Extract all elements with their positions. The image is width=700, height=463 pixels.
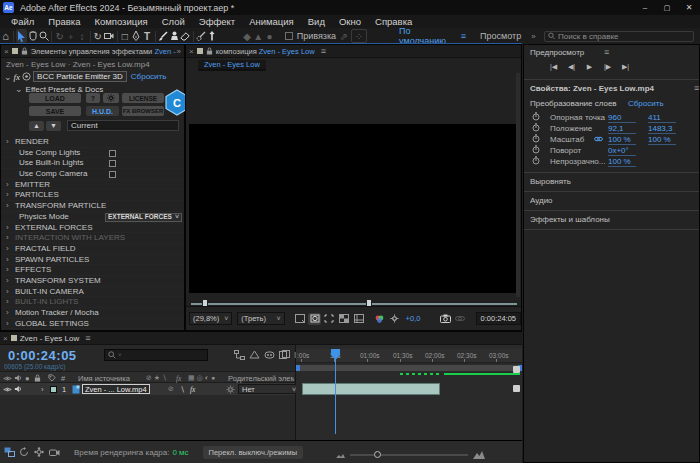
effect-check-use-builtin-lights[interactable]: Use Built-in Lights <box>1 158 184 169</box>
timeline-search-box[interactable]: ˅ <box>104 349 208 361</box>
snap-arrow-icon[interactable]: ⇗ <box>336 29 351 43</box>
viewer-scrollbar[interactable] <box>516 73 520 297</box>
next-frame-button[interactable] <box>600 61 615 72</box>
comp-marker-chip[interactable] <box>513 385 520 392</box>
panel-close-icon[interactable]: × <box>4 47 9 56</box>
effect-name-field[interactable]: BCC Particle Emitter 3D <box>33 71 127 82</box>
effect-group-effects[interactable]: EFFECTS <box>1 265 184 276</box>
effect-check-use-comp-lights[interactable]: Use Comp Lights <box>1 148 184 159</box>
layer-label-color[interactable] <box>50 383 57 395</box>
bcc-save-button[interactable]: SAVE <box>29 106 81 116</box>
selection-tool-icon[interactable] <box>16 29 27 43</box>
effect-group-motion-tracker[interactable]: Motion Tracker / Mocha <box>1 308 184 319</box>
effect-group-transform-particle[interactable]: TRANSFORM PARTICLE <box>1 201 184 212</box>
channel-colors-icon[interactable] <box>373 313 386 325</box>
orbit-camera-tool-icon[interactable] <box>54 29 65 43</box>
toggle-switches-modes-button[interactable]: Перекл. выключ./режимы <box>203 446 303 459</box>
preset-prev-button[interactable]: ▲ <box>29 121 44 131</box>
camera-settings-icon[interactable] <box>48 447 60 458</box>
mask-visibility-icon[interactable] <box>308 313 321 325</box>
panel-menu-icon[interactable]: ≡ <box>85 333 90 343</box>
checkbox[interactable] <box>109 160 116 167</box>
properties-menu-icon[interactable]: ≡ <box>694 83 699 93</box>
viewer-timecode[interactable]: 0:00:24:05 <box>476 312 521 325</box>
layer-quality-switch[interactable]: ∖ <box>180 383 185 395</box>
workspace-menu-icon[interactable]: ≡ <box>461 31 466 41</box>
exposure-value[interactable]: +0,0 <box>406 314 421 323</box>
composition-mini-flowchart-icon[interactable] <box>3 447 15 458</box>
tab-effect-controls[interactable]: Элементы управления эффектами Zven - <box>31 47 176 56</box>
last-frame-button[interactable] <box>618 61 633 72</box>
bcc-hud-button[interactable]: H.U.D. <box>86 106 119 116</box>
previous-frame-button[interactable] <box>564 61 579 72</box>
panel-close-icon[interactable]: × <box>3 334 8 343</box>
pan-camera-tool-icon[interactable] <box>65 29 76 43</box>
camera-tool-icon[interactable] <box>103 29 114 43</box>
hand-tool-icon[interactable] <box>27 29 38 43</box>
comp-marker-bin[interactable] <box>513 366 520 373</box>
menu-composition[interactable]: Композиция <box>87 16 154 27</box>
frame-blending-icon[interactable] <box>279 350 290 360</box>
resolution-dropdown[interactable]: (Треть) <box>237 312 284 325</box>
vertex-tool-icon[interactable]: ▲ <box>253 29 264 43</box>
layer-shy-switch[interactable]: ⊘ <box>168 383 174 395</box>
lock-icon[interactable] <box>206 47 213 55</box>
preset-current-field[interactable]: Current <box>67 120 179 131</box>
shape-tool-icon[interactable] <box>119 29 130 43</box>
effect-group-built-in-camera[interactable]: BUILT-IN CAMERA <box>1 287 184 298</box>
draft-3d-icon[interactable] <box>249 350 260 360</box>
stopwatch-icon[interactable] <box>532 156 540 165</box>
brush-tool-icon[interactable] <box>157 29 168 43</box>
panel-close-icon[interactable]: × <box>189 47 194 56</box>
current-time-display[interactable]: 0:00:24:05 <box>8 348 77 363</box>
live-update-icon[interactable] <box>18 447 30 458</box>
stopwatch-icon[interactable] <box>532 134 540 143</box>
minimize-button[interactable] <box>634 0 656 15</box>
layer-eye-icon[interactable] <box>3 383 12 395</box>
exposure-gear-icon[interactable] <box>388 313 401 325</box>
checkbox[interactable] <box>109 150 116 157</box>
menu-effect[interactable]: Эффект <box>192 16 242 27</box>
region-of-interest-icon[interactable] <box>323 313 336 325</box>
chevron-down-icon[interactable] <box>15 84 23 94</box>
link-icon[interactable] <box>594 136 603 142</box>
choose-grid-icon[interactable] <box>293 313 306 325</box>
tab-overflow-icon[interactable]: » <box>177 47 181 56</box>
checkbox[interactable] <box>109 171 116 178</box>
tab-composition[interactable]: композиция Zven - Eyes Low <box>216 47 315 56</box>
puppet-pin-tool-icon[interactable] <box>207 29 218 43</box>
tab-timeline-comp[interactable]: Zven - Eyes Low <box>20 334 80 343</box>
physics-mode-dropdown[interactable]: EXTERNAL FORCES <box>105 213 182 222</box>
work-area-start-handle[interactable] <box>296 365 300 371</box>
zoom-slider-handle[interactable] <box>374 451 381 458</box>
panel-menu-icon[interactable]: ≡ <box>321 46 326 56</box>
work-area-bar[interactable] <box>296 365 522 371</box>
transparency-grid-icon[interactable] <box>338 313 351 325</box>
maximize-button[interactable] <box>656 0 678 15</box>
effect-group-render[interactable]: RENDER <box>1 137 184 148</box>
playhead-line[interactable] <box>335 349 336 434</box>
effect-dropdown-physics-mode[interactable]: Physics ModeEXTERNAL FORCES <box>1 212 184 223</box>
effect-group-transform-system[interactable]: TRANSFORM SYSTEM <box>1 276 184 287</box>
effect-check-use-comp-camera[interactable]: Use Comp Camera <box>1 169 184 180</box>
magnification-dropdown[interactable]: (29,8%) <box>189 312 232 325</box>
menu-layer[interactable]: Слой <box>155 16 192 27</box>
zoom-slider-track[interactable] <box>350 454 468 456</box>
preview-scrub-track[interactable] <box>191 303 517 305</box>
bcc-load-button[interactable]: LOAD <box>29 93 81 103</box>
stopwatch-icon[interactable] <box>532 123 540 132</box>
workspace-overflow-icon[interactable]: » <box>531 32 535 41</box>
show-snapshot-icon[interactable] <box>454 313 467 325</box>
clone-stamp-tool-icon[interactable] <box>169 29 180 43</box>
effect-group-spawn-particles[interactable]: SPAWN PARTICLES <box>1 255 184 266</box>
time-ruler[interactable]: :00s 30s 01:00s 01:30s 02:00s 02:30s 03:… <box>296 349 522 363</box>
effect-group-fractal-field[interactable]: FRACTAL FIELD <box>1 244 184 255</box>
draft-mode-icon[interactable] <box>33 447 45 458</box>
stopwatch-icon[interactable] <box>532 112 540 121</box>
eraser-tool-icon[interactable] <box>180 29 191 43</box>
parent-dropdown[interactable]: Нет <box>238 383 300 395</box>
mask-feather-tool-icon[interactable]: ◆ <box>242 29 253 43</box>
effect-group-built-in-lights[interactable]: BUILT-IN LIGHTS <box>1 297 184 308</box>
home-tool-icon[interactable] <box>0 29 11 43</box>
effect-group-emitter[interactable]: EMITTER <box>1 180 184 191</box>
